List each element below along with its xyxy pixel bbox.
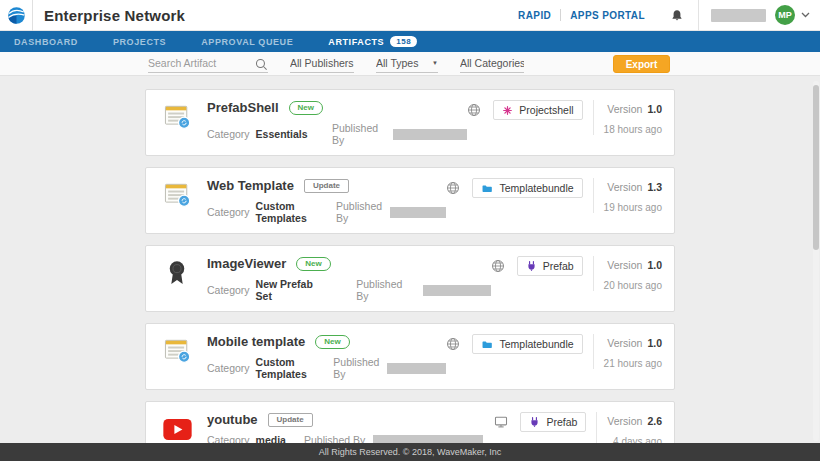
publisher-redacted [387,363,446,374]
published-by-label: Published By [333,356,379,380]
template-icon [160,100,194,146]
scrollbar-track[interactable] [813,81,819,441]
category-value: Essentials [256,128,308,140]
publishers-dropdown[interactable]: All Publishers▼ [290,55,354,73]
account-menu[interactable]: MP [699,5,820,25]
type-chip-label: Templatebundle [499,338,573,350]
category-value: media [256,434,286,443]
avatar[interactable]: MP [775,5,795,25]
rapid-link[interactable]: RAPID [509,10,560,21]
artifact-title: ImageViewer [207,256,286,271]
status-badge: Update [268,413,313,427]
username-redacted [711,9,766,22]
type-chip: Projectshell [493,100,582,120]
published-time: 18 hours ago [604,124,662,135]
artifact-card[interactable]: Web Template Update Category Custom Temp… [145,167,675,234]
type-chip-label: Projectshell [519,104,573,116]
version-line: Version1.0 [607,337,662,349]
category-value: Custom Templates [256,200,318,224]
publisher-redacted [393,129,467,140]
monitor-icon [494,415,508,433]
scrollbar-thumb[interactable] [813,85,819,250]
header: Enterprise Network RAPID APPS PORTAL MP [0,0,820,31]
search-icon[interactable] [255,57,268,75]
chevron-down-icon[interactable] [801,12,810,18]
nav-artifacts[interactable]: ARTIFACTS 158 [314,31,438,52]
brand-logo-icon[interactable] [0,0,33,31]
filter-bar: All Publishers▼ All Types▼ All Categorie… [0,52,820,76]
type-chip: Templatebundle [472,334,582,354]
app-window: Enterprise Network RAPID APPS PORTAL MP [0,0,820,461]
status-badge: New [315,335,349,349]
published-time: 4 days ago [613,436,662,443]
apps-portal-link[interactable]: APPS PORTAL [561,10,654,21]
header-right: RAPID APPS PORTAL MP [509,0,820,31]
published-by-label: Published By [304,434,365,443]
category-label: Category [207,206,250,218]
version-line: Version1.3 [607,181,662,193]
award-icon [160,256,194,302]
publisher-redacted [423,285,490,296]
version-line: Version2.6 [607,415,662,427]
types-dropdown[interactable]: All Types▼ [376,55,438,73]
notifications-bell-icon[interactable] [670,8,684,23]
nav-dashboard[interactable]: DASHBOARD [0,31,99,52]
status-badge: New [296,257,330,271]
version-line: Version1.0 [607,103,662,115]
prefab-icon [526,260,537,272]
version-line: Version1.0 [607,259,662,271]
template-icon [160,178,194,224]
published-time: 21 hours ago [604,358,662,369]
published-time: 19 hours ago [604,202,662,213]
caret-down-icon: ▼ [432,60,438,66]
youtube-icon [160,412,194,443]
projectshell-icon [502,105,513,116]
categories-dropdown[interactable]: All Categories▼ [460,55,524,73]
globe-icon [491,259,505,277]
publisher-redacted [390,207,446,218]
artifact-card[interactable]: youtube Update Category media Published … [145,401,675,443]
search-input[interactable] [148,57,252,69]
type-chip: Templatebundle [472,178,582,198]
category-value: New Prefab Set [256,278,330,302]
publisher-redacted [373,435,483,444]
category-label: Category [207,362,250,374]
template-icon [160,334,194,380]
status-badge: Update [304,179,349,193]
artifact-card[interactable]: Mobile template New Category Custom Temp… [145,323,675,390]
type-chip: Prefab [517,256,583,276]
artifact-title: Mobile template [207,334,305,349]
search-field [148,55,268,73]
published-by-label: Published By [336,200,382,224]
category-label: Category [207,284,250,296]
globe-icon [446,337,460,355]
footer: All Rights Reserved. © 2018, WaveMaker, … [0,443,820,461]
templatebundle-icon [481,183,493,194]
page-title: Enterprise Network [44,7,185,24]
type-chip-label: Templatebundle [499,182,573,194]
export-button[interactable]: Export [613,55,670,73]
category-value: Custom Templates [256,356,316,380]
globe-icon [446,181,460,199]
type-chip-label: Prefab [546,416,577,428]
nav-projects[interactable]: PROJECTS [99,31,187,52]
status-badge: New [289,101,323,115]
artifact-title: Web Template [207,178,294,193]
category-label: Category [207,434,250,443]
nav-approval-queue[interactable]: APPROVAL QUEUE [187,31,314,52]
artifact-title: youtube [207,412,258,427]
templatebundle-icon [481,339,493,350]
globe-icon [467,103,481,121]
artifact-card[interactable]: ImageViewer New Category New Prefab Set … [145,245,675,312]
artifact-card[interactable]: PrefabShell New Category Essentials Publ… [145,89,675,156]
prefab-icon [529,416,540,428]
copyright-text: All Rights Reserved. © 2018, WaveMaker, … [319,447,501,457]
artifact-title: PrefabShell [207,100,279,115]
type-chip-label: Prefab [543,260,574,272]
type-chip: Prefab [520,412,586,432]
published-by-label: Published By [356,278,415,302]
primary-nav: DASHBOARD PROJECTS APPROVAL QUEUE ARTIFA… [0,31,820,52]
category-label: Category [207,128,250,140]
published-by-label: Published By [332,122,385,146]
published-time: 20 hours ago [604,280,662,291]
